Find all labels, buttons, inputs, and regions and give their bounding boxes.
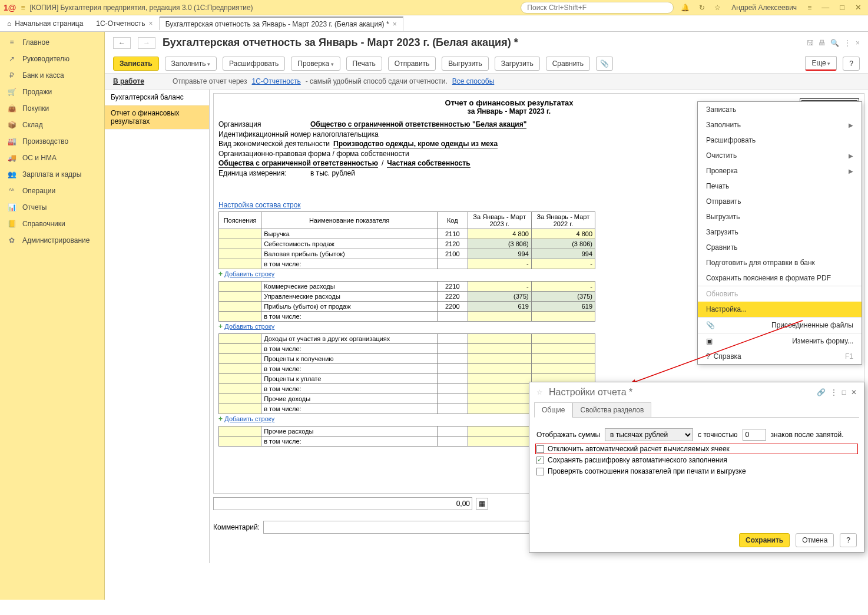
link-all-methods[interactable]: Все способы [452,77,495,85]
checkbox-verify-ratios[interactable]: Проверять соотношения показателей при пе… [536,467,857,475]
menu-write[interactable]: Записать [698,102,862,117]
cell-val2[interactable] [531,354,595,364]
add-row-link[interactable]: Добавить строку [224,323,274,330]
cell-val1[interactable] [468,384,531,394]
cell-val2[interactable] [531,344,595,354]
bell-icon[interactable]: 🔔 [681,4,690,12]
user-menu-icon[interactable]: ≡ [807,4,811,12]
add-row-link[interactable]: Добавить строку [224,415,274,422]
sidebar-item[interactable]: 🚚ОС и НМА [0,150,104,166]
cell-val1[interactable] [468,312,531,322]
modal-cancel-button[interactable]: Отмена [796,533,834,547]
modal-help-button[interactable]: ? [840,533,857,547]
cell-explanation[interactable] [219,364,261,374]
check-button[interactable]: Проверка [291,57,340,71]
cell-val1[interactable] [468,334,531,344]
precision-stepper[interactable] [743,429,766,441]
preview-icon[interactable]: 🔍 [830,39,839,47]
cell-explanation[interactable] [219,404,261,414]
print-icon[interactable]: 🖶 [819,39,826,47]
send-button[interactable]: Отправить [388,57,436,71]
plus-icon[interactable]: + [218,322,223,330]
export-button[interactable]: Выгрузить [442,57,489,71]
sidebar-item[interactable]: 🏭Производство [0,133,104,150]
star-icon[interactable]: ☆ [536,388,543,396]
add-row-link[interactable]: Добавить строку [224,270,274,277]
cell-explanation[interactable] [219,239,261,249]
menu-save-pdf[interactable]: Сохранить пояснения в формате PDF [698,270,862,286]
cell-val1[interactable]: - [468,282,531,292]
cell-val2[interactable]: (375) [531,292,595,302]
menu-prepare-bank[interactable]: Подготовить для отправки в банк [698,255,862,270]
sidebar-item[interactable]: 👥Зарплата и кадры [0,166,104,183]
cell-val1[interactable] [468,426,531,437]
decrypt-button[interactable]: Расшифровать [223,57,285,71]
plus-icon[interactable]: + [218,270,223,278]
cell-explanation[interactable] [219,437,261,447]
tab-reporting[interactable]: 1С-Отчетность× [90,17,159,30]
close-icon[interactable]: × [393,20,397,28]
nav-forward-button[interactable]: → [138,37,155,49]
close-doc-icon[interactable]: × [856,39,860,47]
cell-explanation[interactable] [219,312,261,322]
sidebar-item[interactable]: ↗Руководителю [0,51,104,67]
write-button[interactable]: Записать [113,57,159,71]
save-icon[interactable]: 🖫 [807,39,814,47]
sum-select[interactable]: в тысячах рублей [605,428,693,441]
menu-check[interactable]: Проверка▶ [698,163,862,178]
cell-val2[interactable] [531,312,595,322]
cell-val1[interactable] [468,344,531,354]
cell-val2[interactable]: 619 [531,302,595,312]
cell-explanation[interactable] [219,374,261,384]
sidebar-item[interactable]: 👜Покупки [0,100,104,117]
menu-print[interactable]: Печать [698,178,862,194]
star-icon[interactable]: ☆ [714,4,721,12]
close-icon[interactable]: × [149,19,153,28]
cell-val2[interactable]: 4 800 [531,229,595,239]
cell-val1[interactable] [468,354,531,364]
plus-icon[interactable]: + [218,415,223,423]
cell-val1[interactable] [468,394,531,404]
cell-explanation[interactable] [219,384,261,394]
decorator-icon[interactable]: ▦ [476,498,488,510]
numeric-input[interactable] [213,497,472,510]
menu-help[interactable]: ?СправкаF1 [698,349,862,364]
sidebar-item[interactable]: ✿Администрирование [0,232,104,249]
status-badge[interactable]: В работе [113,77,144,85]
cell-val2[interactable] [531,334,595,344]
maximize-icon[interactable]: □ [840,3,844,12]
compare-button[interactable]: Сравнить [546,57,590,71]
fill-button[interactable]: Заполнить [165,57,217,71]
menu-export[interactable]: Выгрузить [698,209,862,224]
maximize-icon[interactable]: □ [842,388,846,396]
cell-val2[interactable]: (3 806) [531,239,595,249]
cell-val1[interactable] [468,364,531,374]
menu-fill[interactable]: Заполнить▶ [698,117,862,133]
history-icon[interactable]: ↻ [699,4,705,12]
cell-val2[interactable]: - [531,282,595,292]
sidebar-item[interactable]: ≡Главное [0,34,104,51]
menu-send[interactable]: Отправить [698,194,862,209]
user-name[interactable]: Андрей Алексеевич [731,4,797,12]
cell-val1[interactable]: 619 [468,302,531,312]
cell-explanation[interactable] [219,229,261,239]
sidebar-item[interactable]: 🛒Продажи [0,84,104,100]
cell-explanation[interactable] [219,394,261,404]
import-button[interactable]: Загрузить [495,57,540,71]
modal-tab-sections[interactable]: Свойства разделов [572,402,651,417]
help-button[interactable]: ? [843,57,860,71]
cell-explanation[interactable] [219,334,261,344]
cell-val1[interactable]: 4 800 [468,229,531,239]
menu-attachments[interactable]: 📎Присоединенные файлы [698,318,862,333]
menu-settings[interactable]: Настройка... [698,302,862,317]
menu-clear[interactable]: Очистить▶ [698,148,862,163]
menu-change-form[interactable]: ▣Изменить форму... [698,333,862,349]
menu-compare[interactable]: Сравнить [698,240,862,255]
cell-val2[interactable] [531,364,595,374]
cell-val1[interactable] [468,374,531,384]
modal-tab-general[interactable]: Общие [534,402,572,418]
tab-accounting-report[interactable]: Бухгалтерская отчетность за Январь - Мар… [160,16,403,31]
checkbox-icon[interactable] [536,445,544,453]
cell-val1[interactable] [468,437,531,447]
cell-val1[interactable]: 994 [468,249,531,259]
